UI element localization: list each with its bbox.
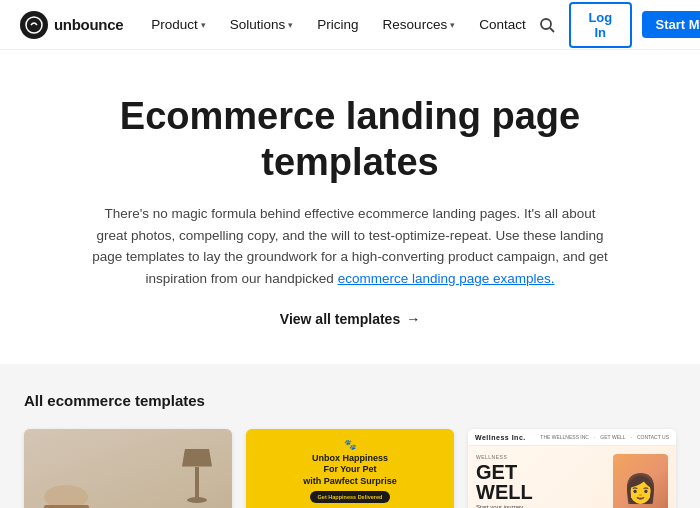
hero-link[interactable]: ecommerce landing page examples.: [338, 271, 555, 286]
card3-left-content: wellness GETWELL Start your journey Shop…: [476, 454, 607, 508]
card3-nav-item3: CONTACT US: [637, 434, 669, 440]
logo-icon: [20, 11, 48, 39]
login-button[interactable]: Log In: [569, 2, 631, 48]
card2-title: Unbox HappinessFor Your Petwith Pawfect …: [256, 453, 444, 488]
lamp-illustration: [182, 449, 212, 508]
card3-header: Wellness Inc. THE WELLNESS INC · GET WEL…: [468, 429, 676, 446]
template-card-signup[interactable]: YOU'RE SIGNED UP! Thanks so much for sig…: [24, 429, 232, 508]
nav-product[interactable]: Product ▾: [141, 11, 216, 38]
hero-title: Ecommerce landing page templates: [80, 94, 620, 185]
svg-point-0: [26, 17, 42, 33]
arrow-icon: →: [406, 311, 420, 327]
card3-nav: THE WELLNESS INC · GET WELL · CONTACT US: [540, 434, 669, 440]
resources-chevron-icon: ▾: [450, 20, 455, 30]
card2-icon-row: 🐾: [256, 439, 444, 450]
section-title: All ecommerce templates: [24, 392, 676, 409]
search-button[interactable]: [536, 10, 559, 40]
hero-description: There's no magic formula behind effectiv…: [90, 203, 610, 289]
nav-contact[interactable]: Contact: [469, 11, 536, 38]
card2-cta: Get Happiness Delivered: [310, 491, 391, 503]
logo-text: unbounce: [54, 16, 123, 33]
templates-section: All ecommerce templates: [0, 364, 700, 508]
nav-resources[interactable]: Resources ▾: [373, 11, 466, 38]
svg-point-1: [541, 19, 551, 29]
svg-rect-4: [44, 505, 89, 508]
nav-actions: Log In Start My Free Trial: [536, 2, 700, 48]
template-card-pet[interactable]: 🐾 Unbox HappinessFor Your Petwith Pawfec…: [246, 429, 454, 508]
paw-icon: 🐾: [344, 439, 356, 450]
product-chevron-icon: ▾: [201, 20, 206, 30]
person-emoji-icon: 👩: [623, 472, 658, 505]
hero-section: Ecommerce landing page templates There's…: [0, 50, 700, 364]
logo[interactable]: unbounce: [20, 11, 123, 39]
templates-grid: YOU'RE SIGNED UP! Thanks so much for sig…: [24, 429, 676, 508]
nav-links: Product ▾ Solutions ▾ Pricing Resources …: [141, 11, 535, 38]
card3-right-content: 👩 +7: [613, 454, 668, 508]
lamp-base-icon: [187, 497, 207, 503]
card3-hero: wellness GETWELL Start your journey Shop…: [468, 446, 676, 508]
svg-line-2: [550, 28, 554, 32]
card3-nav-separator2: ·: [631, 434, 632, 440]
card3-headline: GETWELL: [476, 462, 607, 502]
card3-nav-separator: ·: [594, 434, 595, 440]
trial-button[interactable]: Start My Free Trial: [642, 11, 701, 38]
card3-subtext: Start your journey: [476, 504, 607, 508]
card2-header: 🐾 Unbox HappinessFor Your Petwith Pawfec…: [256, 439, 444, 506]
card3-tag: wellness: [476, 454, 607, 460]
nav-solutions[interactable]: Solutions ▾: [220, 11, 304, 38]
lamp-pole-icon: [195, 467, 199, 497]
template-card-wellness[interactable]: Wellness Inc. THE WELLNESS INC · GET WEL…: [468, 429, 676, 508]
navbar: unbounce Product ▾ Solutions ▾ Pricing R…: [0, 0, 700, 50]
card3-hero-image: 👩 +7: [613, 454, 668, 508]
card3-brand-logo: Wellness Inc.: [475, 434, 526, 441]
lamp-shade-icon: [182, 449, 212, 467]
chair-illustration: [39, 477, 94, 508]
view-all-templates-cta[interactable]: View all templates →: [280, 311, 420, 327]
nav-pricing[interactable]: Pricing: [307, 11, 368, 38]
svg-point-3: [44, 485, 88, 508]
card3-nav-item: THE WELLNESS INC: [540, 434, 589, 440]
card3-nav-item2: GET WELL: [600, 434, 625, 440]
solutions-chevron-icon: ▾: [288, 20, 293, 30]
